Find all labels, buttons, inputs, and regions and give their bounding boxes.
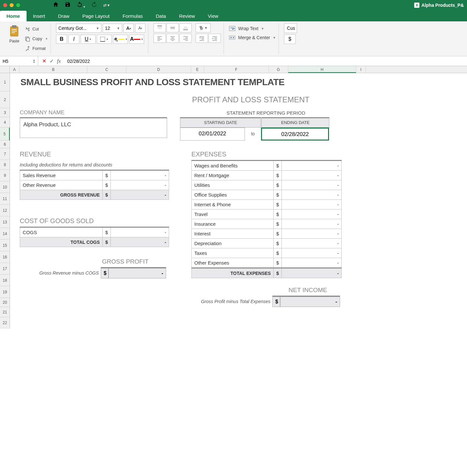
worksheet[interactable]: SMALL BUSINESS PROFIT AND LOSS STATEMENT… bbox=[10, 73, 467, 328]
row-header[interactable]: 2 bbox=[0, 91, 10, 108]
row-header[interactable]: 12 bbox=[0, 205, 10, 216]
name-box[interactable]: H5 ▲▼ bbox=[0, 56, 38, 66]
tab-draw[interactable]: Draw bbox=[51, 11, 76, 21]
row-header[interactable]: 18 bbox=[0, 275, 10, 286]
table-row[interactable]: COGS$- bbox=[20, 227, 169, 237]
align-bottom-button[interactable] bbox=[179, 23, 192, 32]
table-row[interactable]: Other Expenses$- bbox=[192, 258, 342, 268]
table-row[interactable]: Travel$- bbox=[192, 210, 342, 219]
font-name-select[interactable]: Century Got...▼ bbox=[56, 24, 101, 33]
row-header[interactable]: 22 bbox=[0, 317, 10, 328]
tab-page-layout[interactable]: Page Layout bbox=[76, 11, 116, 21]
undo-icon[interactable]: ▾ bbox=[76, 1, 85, 9]
table-row[interactable]: Interest$- bbox=[192, 229, 342, 239]
currency-button[interactable]: $ bbox=[284, 34, 296, 44]
redo-icon[interactable] bbox=[91, 1, 97, 9]
customize-qat-icon[interactable]: ⇄ ▾ bbox=[103, 3, 109, 7]
col-header[interactable]: C bbox=[87, 66, 126, 73]
save-icon[interactable] bbox=[65, 2, 71, 9]
increase-indent-button[interactable] bbox=[209, 34, 221, 43]
col-header[interactable]: H bbox=[288, 66, 356, 73]
row-header[interactable]: 5 bbox=[0, 128, 10, 141]
table-row[interactable]: Office Supplies$- bbox=[192, 190, 342, 200]
row-header[interactable]: 11 bbox=[0, 193, 10, 205]
number-format-select[interactable]: Cus bbox=[284, 23, 297, 33]
cut-button[interactable]: Cut bbox=[25, 25, 48, 33]
table-row[interactable]: Wages and Benefits$- bbox=[192, 161, 342, 171]
table-row[interactable]: Other Revenue$- bbox=[20, 180, 169, 190]
underline-button[interactable]: U▼ bbox=[81, 35, 96, 44]
table-row[interactable]: Utilities$- bbox=[192, 180, 342, 190]
row-header[interactable]: 3 bbox=[0, 108, 10, 117]
align-top-button[interactable] bbox=[154, 23, 166, 32]
row-header[interactable]: 7 bbox=[0, 148, 10, 160]
row-header[interactable]: 20 bbox=[0, 298, 10, 307]
tab-formulas[interactable]: Formulas bbox=[116, 11, 149, 21]
table-row[interactable]: Taxes$- bbox=[192, 248, 342, 258]
confirm-icon[interactable]: ✓ bbox=[50, 58, 54, 64]
alignment-group: ab▼ bbox=[151, 23, 224, 54]
col-header[interactable]: E bbox=[191, 66, 204, 73]
font-color-button[interactable]: A▼ bbox=[129, 35, 144, 44]
row-header[interactable]: 17 bbox=[0, 263, 10, 275]
align-middle-button[interactable] bbox=[166, 23, 179, 32]
row-header[interactable]: 6 bbox=[0, 141, 10, 148]
minimize-window-icon[interactable] bbox=[10, 3, 14, 7]
align-left-button[interactable] bbox=[154, 34, 166, 43]
tab-review[interactable]: Review bbox=[173, 11, 201, 21]
row-header[interactable]: 21 bbox=[0, 307, 10, 317]
table-row[interactable]: Sales Revenue$- bbox=[20, 170, 169, 180]
row-header[interactable]: 19 bbox=[0, 286, 10, 298]
copy-button[interactable]: Copy▼ bbox=[25, 35, 48, 43]
border-button[interactable]: ▼ bbox=[97, 35, 112, 44]
col-header[interactable]: F bbox=[204, 66, 269, 73]
row-header[interactable]: 1 bbox=[0, 73, 10, 91]
wrap-text-button[interactable]: Wrap Text▼ bbox=[229, 25, 276, 32]
increase-font-size-button[interactable]: A▴ bbox=[123, 24, 134, 33]
table-row[interactable]: Depreciation$- bbox=[192, 239, 342, 248]
row-header[interactable]: 4 bbox=[0, 117, 10, 128]
table-row[interactable]: Rent / Mortgage$- bbox=[192, 171, 342, 180]
orientation-button[interactable]: ab▼ bbox=[196, 23, 211, 32]
align-right-button[interactable] bbox=[179, 34, 192, 43]
table-row[interactable]: Insurance$- bbox=[192, 219, 342, 229]
company-name-input[interactable]: Alpha Product, LLC bbox=[20, 117, 167, 138]
formula-input[interactable] bbox=[65, 59, 467, 64]
table-row[interactable]: Internet & Phone$- bbox=[192, 200, 342, 210]
align-center-button[interactable] bbox=[166, 34, 179, 43]
tab-insert[interactable]: Insert bbox=[27, 11, 52, 21]
col-header[interactable]: A bbox=[10, 66, 19, 73]
fill-color-button[interactable]: ▼ bbox=[113, 35, 128, 44]
tab-home[interactable]: Home bbox=[0, 11, 27, 21]
row-header[interactable]: 13 bbox=[0, 216, 10, 228]
font-size-select[interactable]: 12▼ bbox=[103, 24, 122, 33]
tab-data[interactable]: Data bbox=[149, 11, 173, 21]
col-header[interactable]: I bbox=[356, 66, 366, 73]
cancel-icon[interactable]: ✕ bbox=[42, 58, 46, 64]
row-header[interactable]: 10 bbox=[0, 181, 10, 193]
start-date-cell[interactable]: 02/01/2022 bbox=[180, 128, 245, 141]
close-window-icon[interactable] bbox=[3, 3, 7, 7]
decrease-indent-button[interactable] bbox=[196, 34, 208, 43]
row-header[interactable]: 9 bbox=[0, 170, 10, 181]
select-all-corner[interactable] bbox=[0, 66, 10, 73]
maximize-window-icon[interactable] bbox=[16, 3, 20, 7]
tab-view[interactable]: View bbox=[201, 11, 225, 21]
col-header[interactable]: G bbox=[269, 66, 288, 73]
bold-button[interactable]: B bbox=[56, 35, 67, 44]
decrease-font-size-button[interactable]: A▾ bbox=[135, 24, 145, 33]
col-header[interactable]: D bbox=[126, 66, 191, 73]
fx-icon[interactable]: fx bbox=[57, 58, 61, 64]
end-date-cell[interactable]: 02/28/2022 bbox=[261, 128, 329, 141]
home-icon[interactable] bbox=[52, 1, 59, 9]
row-header[interactable]: 16 bbox=[0, 251, 10, 263]
svg-rect-6 bbox=[27, 38, 29, 41]
row-header[interactable]: 8 bbox=[0, 160, 10, 170]
paste-button[interactable]: Paste bbox=[6, 23, 23, 54]
row-header[interactable]: 14 bbox=[0, 228, 10, 240]
merge-center-button[interactable]: Merge & Center▼ bbox=[229, 34, 276, 41]
col-header[interactable]: B bbox=[19, 66, 87, 73]
row-header[interactable]: 15 bbox=[0, 240, 10, 251]
format-painter-button[interactable]: Format bbox=[25, 44, 48, 53]
italic-button[interactable]: I bbox=[68, 35, 79, 44]
